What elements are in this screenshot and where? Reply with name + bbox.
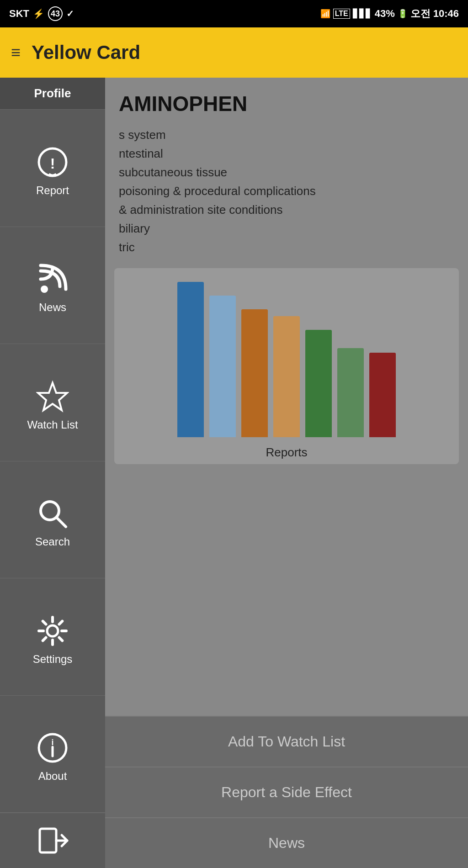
sidebar: Profile ! Report xyxy=(0,78,105,868)
svg-text:!: ! xyxy=(50,155,55,172)
menu-button[interactable]: ≡ xyxy=(11,43,21,62)
sidebar-settings-label: Settings xyxy=(33,653,73,666)
time-label: 10:46 xyxy=(433,8,459,20)
battery-icon: 🔋 xyxy=(398,9,408,19)
chart-bar-7 xyxy=(369,353,396,437)
lte-icon: LTE xyxy=(333,9,350,19)
svg-line-5 xyxy=(57,518,66,527)
chart-bar-2 xyxy=(209,296,236,437)
sidebar-news-label: News xyxy=(39,301,66,314)
news-button[interactable]: News xyxy=(105,817,468,868)
sidebar-search-label: Search xyxy=(35,535,70,548)
status-icon-v5: ⚡ xyxy=(33,8,44,19)
signal-icon: 📶 xyxy=(320,9,330,19)
sidebar-about-label: About xyxy=(38,770,67,783)
side-effect-6: biliary xyxy=(119,222,454,236)
news-icon xyxy=(34,261,71,297)
sidebar-item-about[interactable]: i About xyxy=(0,696,105,813)
status-icon-check: ✓ xyxy=(66,8,74,19)
side-effect-1: s system xyxy=(119,128,454,142)
report-icon: ! xyxy=(34,144,71,180)
svg-point-6 xyxy=(47,625,58,636)
side-effect-7: tric xyxy=(119,240,454,254)
chart-bar-6 xyxy=(337,348,364,437)
drug-title: AMINOPHEN xyxy=(105,78,468,123)
chart-container: Reports xyxy=(114,268,459,464)
sidebar-profile-label: Profile xyxy=(34,86,71,101)
carrier-label: SKT xyxy=(9,8,29,20)
status-right: 📶 LTE ▋▋▋ 43% 🔋 오전 10:46 xyxy=(320,7,459,21)
chart-bar-5 xyxy=(305,330,332,437)
side-effect-5: & administration site conditions xyxy=(119,203,454,217)
add-watchlist-button[interactable]: Add To Watch List xyxy=(105,716,468,767)
status-icon-circle: 43 xyxy=(48,6,63,21)
sidebar-item-search[interactable]: Search xyxy=(0,461,105,579)
watchlist-icon xyxy=(34,378,71,415)
chart-bar-4 xyxy=(273,316,300,437)
status-left: SKT ⚡ 43 ✓ xyxy=(9,6,74,21)
logout-icon xyxy=(34,822,71,859)
sidebar-watchlist-label: Watch List xyxy=(27,418,78,431)
search-icon xyxy=(34,495,71,532)
svg-point-2 xyxy=(41,286,48,293)
settings-icon xyxy=(34,613,71,649)
sidebar-profile-item[interactable]: Profile xyxy=(0,78,105,110)
about-icon: i xyxy=(34,730,71,766)
status-bar: SKT ⚡ 43 ✓ 📶 LTE ▋▋▋ 43% 🔋 오전 10:46 xyxy=(0,0,468,27)
bars-icon: ▋▋▋ xyxy=(353,9,372,19)
main-layout: Profile ! Report xyxy=(0,78,468,868)
sidebar-item-news[interactable]: News xyxy=(0,227,105,344)
report-side-effect-button[interactable]: Report a Side Effect xyxy=(105,767,468,817)
chart-bar-3 xyxy=(241,309,268,437)
charging-label: 오전 xyxy=(410,7,431,21)
side-effects-list: s system ntestinal subcutaneous tissue p… xyxy=(105,123,468,259)
side-effect-3: subcutaneous tissue xyxy=(119,165,454,180)
sidebar-item-report[interactable]: ! Report xyxy=(0,110,105,227)
sidebar-report-label: Report xyxy=(36,184,69,197)
chart-bar-1 xyxy=(177,282,204,437)
battery-percent: 43% xyxy=(375,8,395,20)
side-effect-2: ntestinal xyxy=(119,147,454,161)
svg-text:i: i xyxy=(51,738,53,747)
side-effect-4: poisoning & procedural complications xyxy=(119,184,454,198)
svg-rect-10 xyxy=(40,829,56,852)
app-title: Yellow Card xyxy=(32,42,140,64)
chart-label: Reports xyxy=(266,445,307,460)
sidebar-item-watchlist[interactable]: Watch List xyxy=(0,344,105,461)
chart-bars xyxy=(177,277,396,442)
svg-marker-3 xyxy=(38,383,67,410)
bottom-buttons: Add To Watch List Report a Side Effect N… xyxy=(105,716,468,868)
sidebar-item-settings[interactable]: Settings xyxy=(0,578,105,696)
sidebar-item-logout[interactable] xyxy=(0,813,105,868)
content-area: AMINOPHEN s system ntestinal subcutaneou… xyxy=(105,78,468,868)
app-bar: ≡ Yellow Card xyxy=(0,27,468,78)
